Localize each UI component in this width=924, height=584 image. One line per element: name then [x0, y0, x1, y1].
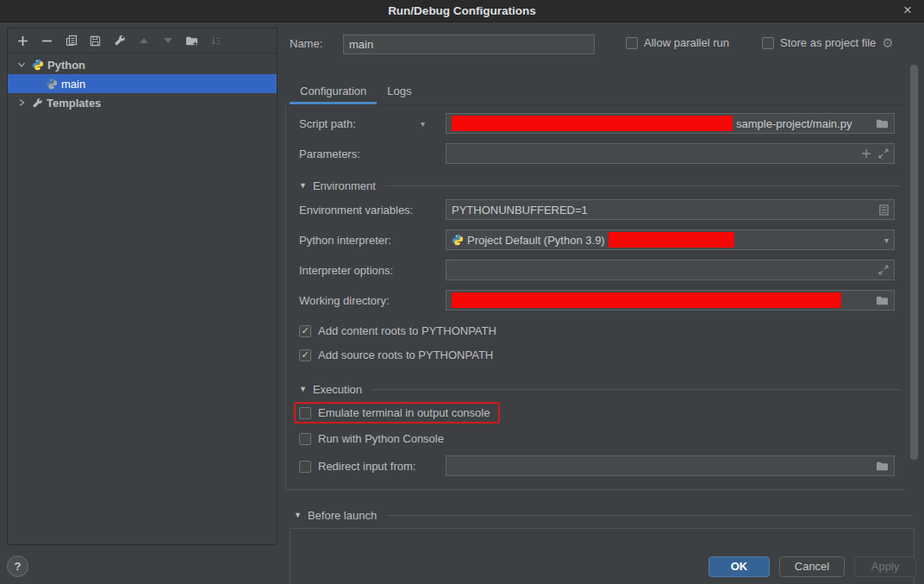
- name-input[interactable]: [343, 35, 595, 54]
- browse-folder-icon[interactable]: [876, 295, 889, 306]
- store-as-project-file-label: Store as project file: [780, 36, 876, 49]
- chevron-right-icon[interactable]: [15, 98, 28, 107]
- script-path-label: Script path:: [299, 113, 356, 134]
- configuration-editor: Name: Allow parallel run Store as projec…: [290, 0, 924, 584]
- working-directory-field[interactable]: [446, 290, 895, 311]
- checkbox-checked-icon[interactable]: [299, 325, 311, 337]
- vertical-scrollbar[interactable]: [910, 65, 918, 460]
- add-content-roots-label: Add content roots to PYTHONPATH: [318, 324, 496, 337]
- emulate-terminal-highlight: Emulate terminal in output console: [294, 402, 500, 424]
- wrench-icon: [32, 97, 43, 109]
- tab-logs[interactable]: Logs: [377, 81, 421, 104]
- chevron-down-icon[interactable]: [15, 60, 28, 69]
- add-icon[interactable]: [16, 35, 29, 47]
- parameters-field[interactable]: [446, 143, 895, 164]
- checkbox-checked-icon[interactable]: [299, 349, 311, 361]
- emulate-terminal-label: Emulate terminal in output console: [318, 406, 490, 419]
- working-directory-label: Working directory:: [299, 290, 390, 311]
- add-macro-icon[interactable]: [861, 148, 871, 159]
- gear-icon[interactable]: ⚙: [882, 37, 893, 49]
- add-content-roots-checkbox[interactable]: Add content roots to PYTHONPATH: [299, 324, 496, 337]
- section-divider: [386, 515, 914, 516]
- expand-icon[interactable]: [878, 265, 889, 275]
- tree-item-label: Python: [47, 59, 85, 72]
- python-icon: [32, 59, 44, 71]
- tab-configuration[interactable]: Configuration: [290, 81, 377, 104]
- expand-icon[interactable]: [878, 148, 889, 159]
- run-debug-configurations-dialog: Run/Debug Configurations ×: [0, 0, 924, 584]
- section-divider: [385, 185, 901, 186]
- configurations-tree: Python main Templates: [8, 53, 277, 112]
- copy-configuration-icon[interactable]: [65, 35, 78, 47]
- store-as-project-file-checkbox[interactable]: Store as project file ⚙: [762, 36, 894, 49]
- environment-variables-label: Environment variables:: [299, 199, 413, 220]
- checkbox-icon[interactable]: [626, 37, 638, 49]
- script-path-value: sample-project/main.py: [736, 117, 852, 130]
- redirect-input-checkbox[interactable]: Redirect input from:: [299, 460, 415, 473]
- tree-item-label: main: [61, 78, 85, 91]
- allow-parallel-run-label: Allow parallel run: [644, 36, 729, 49]
- execution-section-label: Execution: [313, 383, 362, 396]
- dropdown-arrow-icon[interactable]: ▾: [884, 235, 889, 245]
- tree-item-templates[interactable]: Templates: [8, 93, 277, 112]
- tree-item-python[interactable]: Python: [8, 55, 277, 74]
- checkbox-icon[interactable]: [299, 461, 311, 473]
- redaction-box: [609, 232, 734, 248]
- collapse-triangle-icon[interactable]: ▼: [299, 181, 307, 190]
- checkbox-icon[interactable]: [299, 407, 311, 419]
- parameters-label: Parameters:: [299, 143, 360, 164]
- browse-folder-icon[interactable]: [876, 118, 889, 129]
- browse-folder-icon[interactable]: [876, 461, 889, 472]
- python-interpreter-select[interactable]: Project Default (Python 3.9) ▾: [446, 229, 895, 250]
- tab-bar: Configuration Logs: [290, 81, 422, 104]
- name-label: Name:: [290, 37, 322, 50]
- run-with-python-console-checkbox[interactable]: Run with Python Console: [299, 432, 444, 445]
- tree-item-main[interactable]: main: [8, 74, 277, 93]
- add-source-roots-label: Add source roots to PYTHONPATH: [318, 349, 493, 361]
- add-source-roots-checkbox[interactable]: Add source roots to PYTHONPATH: [299, 349, 493, 361]
- python-icon: [46, 78, 58, 90]
- tree-item-label: Templates: [47, 97, 101, 110]
- interpreter-options-label: Interpreter options:: [299, 260, 393, 280]
- new-folder-icon[interactable]: [185, 35, 198, 47]
- edit-variables-icon[interactable]: [879, 204, 889, 216]
- python-icon: [452, 234, 464, 246]
- checkbox-icon[interactable]: [762, 37, 774, 49]
- ok-button[interactable]: OK: [709, 556, 770, 577]
- before-launch-section-header[interactable]: ▼ Before launch: [294, 507, 914, 523]
- configurations-panel: Python main Templates: [7, 28, 278, 545]
- sort-configurations-icon[interactable]: [209, 35, 222, 47]
- run-with-python-console-label: Run with Python Console: [318, 432, 444, 445]
- redirect-input-label: Redirect input from:: [318, 460, 415, 473]
- cancel-button[interactable]: Cancel: [779, 556, 845, 577]
- environment-section-label: Environment: [313, 179, 376, 192]
- redaction-box: [452, 292, 841, 308]
- script-path-caret-icon[interactable]: ▾: [421, 113, 425, 134]
- section-divider: [371, 389, 901, 390]
- environment-variables-field[interactable]: PYTHONUNBUFFERED=1: [446, 199, 895, 220]
- interpreter-options-field[interactable]: [446, 260, 895, 280]
- save-configuration-icon[interactable]: [89, 35, 102, 47]
- configurations-toolbar: [8, 28, 277, 53]
- environment-section-header[interactable]: ▼ Environment: [299, 178, 901, 193]
- python-interpreter-value: Project Default (Python 3.9): [467, 234, 605, 247]
- allow-parallel-run-checkbox[interactable]: Allow parallel run: [626, 36, 729, 49]
- collapse-triangle-icon[interactable]: ▼: [299, 385, 307, 393]
- edit-templates-icon[interactable]: [113, 35, 126, 47]
- collapse-triangle-icon[interactable]: ▼: [294, 511, 302, 519]
- redirect-input-field[interactable]: [446, 455, 895, 476]
- python-interpreter-label: Python interpreter:: [299, 229, 391, 250]
- redaction-box: [452, 116, 733, 131]
- move-up-icon[interactable]: [137, 35, 150, 47]
- remove-icon[interactable]: [41, 35, 53, 47]
- apply-button[interactable]: Apply: [854, 556, 916, 577]
- execution-section-header[interactable]: ▼ Execution: [299, 381, 901, 397]
- checkbox-icon[interactable]: [299, 433, 311, 445]
- help-button[interactable]: ?: [7, 556, 28, 577]
- emulate-terminal-checkbox[interactable]: Emulate terminal in output console: [299, 406, 490, 419]
- move-down-icon[interactable]: [161, 35, 174, 47]
- before-launch-section-label: Before launch: [308, 509, 377, 522]
- script-path-field[interactable]: sample-project/main.py: [446, 113, 895, 134]
- environment-variables-value: PYTHONUNBUFFERED=1: [452, 204, 588, 217]
